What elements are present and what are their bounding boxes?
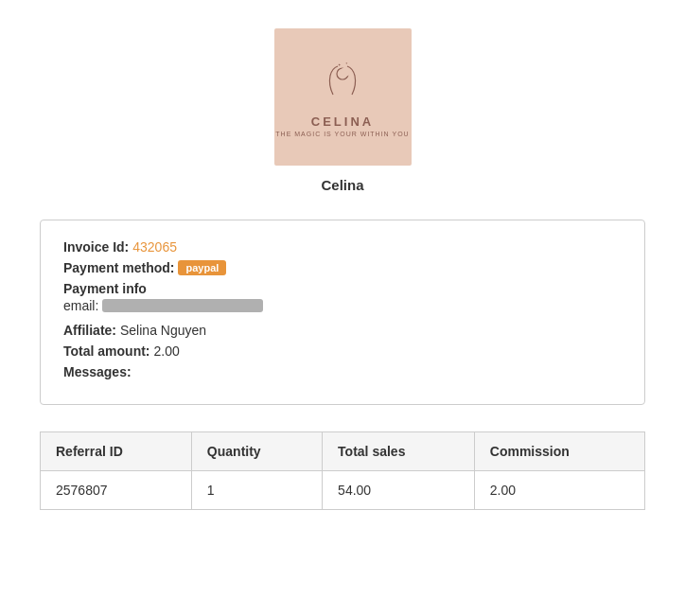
- logo-subtext: THE MAGIC IS YOUR WITHIN YOU: [275, 131, 409, 137]
- email-label: email:: [63, 298, 98, 313]
- col-commission: Commission: [474, 432, 644, 471]
- svg-text:✦: ✦: [345, 62, 348, 65]
- invoice-card: Invoice Id: 432065 Payment method: paypa…: [40, 220, 645, 405]
- logo-box: ✦ ✦ CELINA THE MAGIC IS YOUR WITHIN YOU: [274, 28, 412, 166]
- table-container: Referral ID Quantity Total sales Commiss…: [40, 431, 645, 510]
- payment-method-badge: paypal: [178, 260, 226, 275]
- total-amount-row: Total amount: 2.00: [63, 343, 622, 359]
- svg-text:✦: ✦: [338, 62, 342, 67]
- page-wrapper: ✦ ✦ CELINA THE MAGIC IS YOUR WITHIN YOU …: [0, 0, 685, 538]
- referral-table: Referral ID Quantity Total sales Commiss…: [40, 431, 645, 510]
- affiliate-value: Selina Nguyen: [120, 323, 206, 338]
- total-amount-value: 2.00: [154, 343, 180, 359]
- email-value-blurred: [102, 299, 263, 312]
- invoice-id-value: 432065: [132, 239, 177, 255]
- invoice-id-row: Invoice Id: 432065: [63, 239, 622, 255]
- payment-method-row: Payment method: paypal: [63, 260, 622, 275]
- total-amount-label: Total amount:: [63, 343, 150, 359]
- logo-icon: ✦ ✦: [319, 57, 366, 111]
- payment-method-label: Payment method:: [63, 260, 174, 275]
- logo-text: CELINA: [311, 114, 374, 129]
- col-referral-id: Referral ID: [41, 432, 192, 471]
- invoice-id-label: Invoice Id:: [63, 239, 129, 255]
- affiliate-label: Affiliate:: [63, 323, 116, 338]
- table-cell-1: 1: [191, 471, 322, 510]
- table-header-row: Referral ID Quantity Total sales Commiss…: [41, 432, 645, 471]
- col-quantity: Quantity: [191, 432, 322, 471]
- payment-info-block: Payment info email:: [63, 281, 622, 313]
- logo-container: ✦ ✦ CELINA THE MAGIC IS YOUR WITHIN YOU: [274, 28, 412, 166]
- affiliate-row: Affiliate: Selina Nguyen: [63, 323, 622, 338]
- table-cell-0: 2576807: [41, 471, 192, 510]
- brand-name: Celina: [321, 177, 363, 193]
- messages-label: Messages:: [63, 364, 132, 379]
- payment-info-label: Payment info: [63, 281, 622, 296]
- col-total-sales: Total sales: [323, 432, 475, 471]
- messages-row: Messages:: [63, 364, 622, 379]
- table-row: 2576807154.002.00: [41, 471, 645, 510]
- table-cell-3: 2.00: [474, 471, 644, 510]
- email-row: email:: [63, 298, 622, 313]
- table-cell-2: 54.00: [323, 471, 475, 510]
- svg-point-1: [341, 67, 350, 77]
